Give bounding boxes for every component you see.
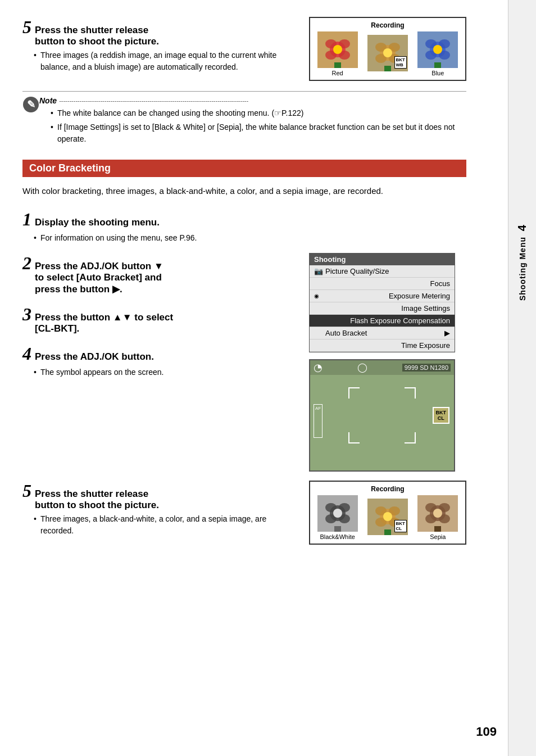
cb-step2-left: 2 Press the ADJ./OK button ▼ to select […: [22, 253, 301, 472]
cb-sepia-flower-svg: [417, 495, 458, 532]
cb-step4: 4 Press the ADJ./OK button. The symbol a…: [22, 343, 301, 378]
wb-step5-bullet1: Three images (a reddish image, an image …: [34, 49, 301, 73]
bracket-tl: [348, 387, 360, 399]
svg-rect-7: [334, 62, 341, 68]
cb-color-image: BKTCL: [367, 499, 408, 537]
menu-item-exposure-metering: ◉ Exposure Metering: [310, 290, 455, 302]
wb-red-label: Red: [332, 70, 343, 76]
svg-rect-15: [384, 66, 391, 71]
menu-item-ab-arrow: ▶: [444, 329, 450, 337]
wb-step5-heading1: Press the shutter release: [35, 25, 159, 36]
menu-item-focus-icon: [314, 280, 325, 287]
menu-item-flash-exposure: Flash Exposure Compensation: [310, 315, 455, 327]
cb-step5-bullets: Three images, a black-and-white, a color…: [22, 513, 301, 537]
note-box: ✎ Note ---------------------------------…: [22, 91, 466, 147]
note-content: Note -----------------------------------…: [39, 96, 466, 147]
wb-blue-flower-svg: [417, 31, 458, 68]
wb-step5-number: 5: [22, 17, 31, 38]
cb-step1-heading: Display the shooting menu.: [35, 217, 160, 228]
menu-item-ab-label: Auto Bracket: [325, 329, 444, 337]
cb-step1-title: 1 Display the shooting menu.: [22, 209, 466, 230]
menu-item-pic-icon: 📷: [314, 267, 323, 275]
cb-step2-right: Shooting 📷 Picture Quality/Size ﻿ Focus …: [309, 253, 466, 472]
sidebar-chapter-number: 4: [516, 225, 529, 231]
color-bracketing-intro: With color bracketing, three images, a b…: [22, 185, 466, 198]
wb-red-flower-svg: [317, 31, 358, 68]
menu-item-flash-label: Flash Exposure Compensation: [350, 316, 450, 325]
cb-step2-number: 2: [22, 253, 31, 274]
af-label: AF: [314, 406, 322, 411]
camera-top-bar: ◔ ◯ 9999 SD N1280: [310, 360, 454, 375]
menu-item-pic-label: Picture Quality/Size: [325, 267, 450, 275]
svg-rect-49: [434, 526, 441, 532]
wb-step5-title: 5 Press the shutter release button to sh…: [22, 17, 301, 47]
svg-rect-33: [334, 526, 341, 532]
cb-step2-title: 2 Press the ADJ./OK button ▼ to select […: [22, 253, 301, 295]
svg-point-22: [433, 45, 442, 54]
camera-screen: ◔ ◯ 9999 SD N1280 AF: [309, 359, 455, 472]
svg-text:✎: ✎: [27, 99, 35, 110]
cb-step2-heading2: to select [Auto Bracket] and: [35, 272, 163, 283]
wb-step5-left: 5 Press the shutter release button to sh…: [22, 17, 301, 81]
cb-step2-heading3: press the button ▶.: [35, 283, 163, 295]
cb-step5-row: 5 Press the shutter release button to sh…: [22, 481, 466, 545]
menu-item-focus: Focus: [310, 278, 455, 290]
wb-step5-heading2: button to shoot the picture.: [35, 36, 159, 47]
cb-bw-label: Black&White: [320, 533, 355, 540]
cb-bw-image: Black&White: [317, 495, 358, 540]
wb-recording-box: Recording R: [309, 17, 466, 81]
camera-af-area: AF: [314, 404, 322, 438]
cb-recording-images: Black&White: [314, 495, 462, 540]
cb-step4-number: 4: [22, 343, 31, 364]
cb-step3-heading2: [CL-BKT].: [35, 323, 173, 334]
cb-step4-bullet1: The symbol appears on the screen.: [34, 366, 301, 378]
note-dashes: ----------------------------------------…: [59, 97, 248, 104]
menu-item-exp-label: Exposure Metering: [389, 292, 450, 300]
cb-sepia-image: Sepia: [417, 495, 458, 540]
cb-sepia-label: Sepia: [430, 533, 446, 540]
wb-recording-images: Red: [314, 31, 462, 76]
page-number: 109: [476, 725, 497, 739]
cb-step3-heading1: Press the button ▲▼ to select: [35, 312, 173, 323]
note-title: Note: [39, 96, 57, 105]
menu-item-focus-label: Focus: [430, 279, 450, 288]
bracket-tr: [405, 387, 416, 399]
wb-blue-image: Blue: [417, 31, 458, 76]
menu-title: Shooting: [310, 253, 455, 265]
cb-recording-label: Recording: [314, 485, 462, 493]
cb-step3-number: 3: [22, 304, 31, 325]
cb-bkt-badge: BKTCL: [394, 520, 407, 532]
cb-step1-bullets: For information on using the menu, see P…: [22, 232, 466, 244]
menu-item-picture-quality: 📷 Picture Quality/Size: [310, 265, 455, 278]
camera-shutter-icon: ◯: [357, 362, 367, 373]
camera-af-bar: AF: [314, 404, 322, 438]
svg-point-6: [333, 45, 342, 54]
cb-step5-heading1: Press the shutter release: [35, 488, 159, 500]
menu-item-image-settings: Image Settings: [310, 302, 455, 315]
camera-focus-brackets: [348, 387, 416, 443]
camera-dial-icon: ◔: [314, 361, 322, 374]
cb-step5-bullet1: Three images, a black-and-white, a color…: [34, 513, 301, 537]
wb-bkt-badge: BKTWB: [394, 56, 407, 69]
cb-step4-heading: Press the ADJ./OK button.: [35, 351, 154, 363]
note-icon: ✎: [22, 96, 39, 113]
bracket-bl: [348, 432, 360, 443]
wb-recording-label: Recording: [314, 21, 462, 29]
cb-step3: 3 Press the button ▲▼ to select [CL-BKT]…: [22, 304, 301, 334]
cb-step1: 1 Display the shooting menu. For informa…: [22, 209, 466, 244]
shooting-menu-screenshot: Shooting 📷 Picture Quality/Size ﻿ Focus …: [309, 253, 455, 352]
cb-step1-number: 1: [22, 209, 31, 230]
menu-item-time-exposure: Time Exposure: [310, 339, 455, 352]
cb-step5-number: 5: [22, 481, 31, 501]
cb-step5-left: 5 Press the shutter release button to sh…: [22, 481, 301, 545]
cb-step1-bullet1: For information on using the menu, see P…: [34, 232, 466, 244]
wb-recording-box-col: Recording R: [309, 17, 466, 81]
cb-step2-row: 2 Press the ADJ./OK button ▼ to select […: [22, 253, 466, 472]
cb-step2-heading1: Press the ADJ./OK button ▼: [35, 261, 163, 272]
cb-step4-bullets: The symbol appears on the screen.: [22, 366, 301, 378]
svg-rect-41: [384, 529, 391, 535]
cb-step5-title: 5 Press the shutter release button to sh…: [22, 481, 301, 511]
note-bullet2: If [Image Settings] is set to [Black & W…: [51, 121, 466, 145]
cb-step5-right: Recording B: [309, 481, 466, 545]
sidebar-chapter-title: Shooting Menu: [518, 237, 527, 301]
